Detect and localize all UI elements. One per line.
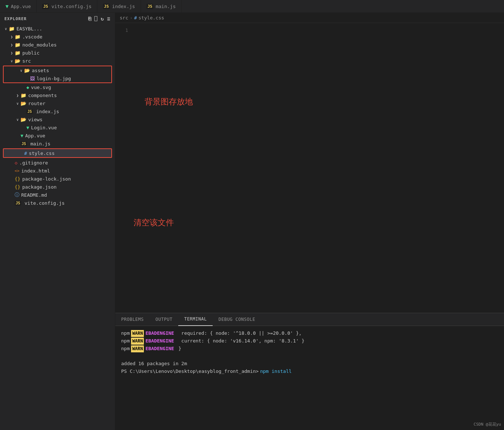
normal-text: } xyxy=(176,345,182,353)
npm-text: npm xyxy=(121,330,130,337)
warn-badge: WARN xyxy=(131,338,144,345)
tab-output[interactable]: OUTPUT xyxy=(150,313,178,326)
normal-text: added 16 packages in 2m xyxy=(121,360,187,368)
sidebar-header: EXPLORER ⎘ ⎕ ↻ ≡ xyxy=(0,13,115,25)
item-label: main.js xyxy=(30,141,51,147)
folder-icon: 📂 xyxy=(24,68,30,73)
sidebar-item-package-json[interactable]: ❯ {} package.json xyxy=(0,183,115,191)
sidebar-item-components[interactable]: ❯ 📁 components xyxy=(0,91,115,99)
sidebar-item-vite-config[interactable]: ❯ JS vite.config.js xyxy=(0,199,115,207)
tab-debug-console[interactable]: DEBUG CONSOLE xyxy=(213,313,261,326)
warn-badge: WARN xyxy=(131,330,144,337)
content-area: src › # style.css 1 背景图存放地 清空该文件 PROBLEM… xyxy=(115,13,504,430)
tab-vite-config[interactable]: JS vite.config.js xyxy=(37,0,97,13)
terminal-line-5: added 16 packages in 2m xyxy=(121,360,498,368)
js-icon: JS xyxy=(26,109,33,114)
js-icon: JS xyxy=(15,201,21,205)
ebad-text: EBADENGINE xyxy=(145,337,174,345)
editor-area[interactable]: 1 背景图存放地 清空该文件 xyxy=(115,23,504,313)
terminal-line-3: npm WARN EBADENGINE } xyxy=(121,345,498,353)
terminal-line-2: npm WARN EBADENGINE current: { node: 'v1… xyxy=(121,337,498,345)
collapse-icon[interactable]: ≡ xyxy=(107,16,111,22)
chevron-icon: ∨ xyxy=(15,118,20,122)
terminal-tabs: PROBLEMS OUTPUT TERMINAL DEBUG CONSOLE xyxy=(115,313,504,326)
tab-bar: ▼ App.vue JS vite.config.js JS index.js … xyxy=(0,0,504,13)
sidebar-item-package-lock[interactable]: ❯ {} package-lock.json xyxy=(0,175,115,183)
new-folder-icon[interactable]: ⎕ xyxy=(94,16,98,22)
refresh-icon[interactable]: ↻ xyxy=(101,16,104,22)
item-label: vue.svg xyxy=(31,85,51,90)
sidebar-item-vue-svg[interactable]: ❯ ◆ vue.svg xyxy=(0,83,115,91)
item-label: components xyxy=(28,93,57,98)
folder-icon: 📁 xyxy=(15,42,20,48)
svg-icon: ◆ xyxy=(26,85,29,90)
new-file-icon[interactable]: ⎘ xyxy=(88,16,92,22)
item-label: src xyxy=(22,58,31,64)
sidebar-item-views[interactable]: ∨ 📂 views xyxy=(0,115,115,123)
breadcrumb: src › # style.css xyxy=(115,13,504,23)
breadcrumb-file: style.css xyxy=(138,15,164,21)
breadcrumb-src: src xyxy=(120,15,128,21)
sidebar-item-login-bg[interactable]: ❯ 🖼 login-bg.jpg xyxy=(4,74,111,82)
chevron-icon: ❯ xyxy=(9,35,15,39)
item-label: index.js xyxy=(36,109,59,114)
tab-problems[interactable]: PROBLEMS xyxy=(115,313,150,326)
tab-index-js[interactable]: JS index.js xyxy=(97,0,141,13)
item-label: assets xyxy=(32,68,49,73)
item-label: .vscode xyxy=(22,34,42,40)
breadcrumb-hash: # xyxy=(134,15,137,21)
sidebar-item-src[interactable]: ∨ 📂 src xyxy=(0,57,115,65)
watermark: CSDN @花花yu xyxy=(474,422,501,427)
sidebar-item-router[interactable]: ∨ 📂 router xyxy=(0,99,115,107)
tab-terminal[interactable]: TERMINAL xyxy=(178,313,213,326)
sidebar-item-root[interactable]: ∨ 📁 EASYBL... xyxy=(0,25,115,33)
annotation-bottom: 清空该文件 xyxy=(134,217,174,228)
folder-icon: 📂 xyxy=(15,58,20,64)
chevron-icon: ❯ xyxy=(15,93,20,97)
sidebar-item-readme[interactable]: ❯ ⓘ README.md xyxy=(0,191,115,199)
sidebar-item-index-html[interactable]: ❯ <> index.html xyxy=(0,167,115,175)
sidebar-item-app-vue[interactable]: ❯ ▼ App.vue xyxy=(0,131,115,140)
npm-text: npm xyxy=(121,337,130,345)
item-label: style.css xyxy=(29,151,55,156)
npm-install-text: npm install xyxy=(260,368,292,375)
terminal-line-6: PS C:\Users\Lenovo\Desktop\easyblog_fron… xyxy=(121,368,498,375)
tab-main-js[interactable]: JS main.js xyxy=(141,0,182,13)
terminal-line-1: npm WARN EBADENGINE required: { node: '^… xyxy=(121,330,498,337)
sidebar-item-main-js[interactable]: ❯ JS main.js xyxy=(0,140,115,148)
tab-label: index.js xyxy=(112,4,135,9)
vue-icon: ▼ xyxy=(5,3,8,9)
vue-icon: ▼ xyxy=(26,125,29,130)
gitignore-icon: ◇ xyxy=(15,160,18,166)
chevron-icon: ❯ xyxy=(9,51,15,55)
item-label: public xyxy=(22,50,40,56)
chevron-icon: ❯ xyxy=(9,43,15,47)
sidebar-item-vscode[interactable]: ❯ 📁 .vscode xyxy=(0,33,115,41)
chevron-icon: ∨ xyxy=(9,59,15,63)
folder-icon: 📁 xyxy=(15,34,20,40)
tab-app-vue[interactable]: ▼ App.vue xyxy=(0,0,37,13)
sidebar-item-router-index[interactable]: ❯ JS index.js xyxy=(0,107,115,115)
ebad-text: EBADENGINE xyxy=(145,345,174,353)
item-label: .gitignore xyxy=(19,160,48,166)
item-label: vite.config.js xyxy=(25,200,65,206)
breadcrumb-sep: › xyxy=(130,15,132,21)
sidebar-item-gitignore[interactable]: ❯ ◇ .gitignore xyxy=(0,159,115,167)
chevron-icon: ∨ xyxy=(3,27,9,31)
html-icon: <> xyxy=(15,168,19,173)
sidebar-item-node-modules[interactable]: ❯ 📁 node_modules xyxy=(0,41,115,49)
item-label: App.vue xyxy=(25,133,45,138)
root-label: EASYBL... xyxy=(16,26,42,31)
sidebar-item-public[interactable]: ❯ 📁 public xyxy=(0,49,115,57)
tab-label: App.vue xyxy=(11,4,31,9)
item-label: README.md xyxy=(21,192,47,198)
sidebar-item-login-vue[interactable]: ❯ ▼ Login.vue xyxy=(0,123,115,131)
annotation-top: 背景图存放地 xyxy=(145,96,193,107)
sidebar-item-assets[interactable]: ∨ 📂 assets xyxy=(4,66,111,74)
normal-text: required: { node: '^18.0.0 || >=20.0.0' … xyxy=(176,330,302,337)
chevron-icon: ∨ xyxy=(18,68,24,73)
sidebar-header-actions: ⎘ ⎕ ↻ ≡ xyxy=(88,16,111,22)
item-label: index.html xyxy=(21,168,50,174)
folder-icon: 📁 xyxy=(20,93,26,98)
sidebar-item-style-css[interactable]: ❯ # style.css xyxy=(4,149,111,157)
